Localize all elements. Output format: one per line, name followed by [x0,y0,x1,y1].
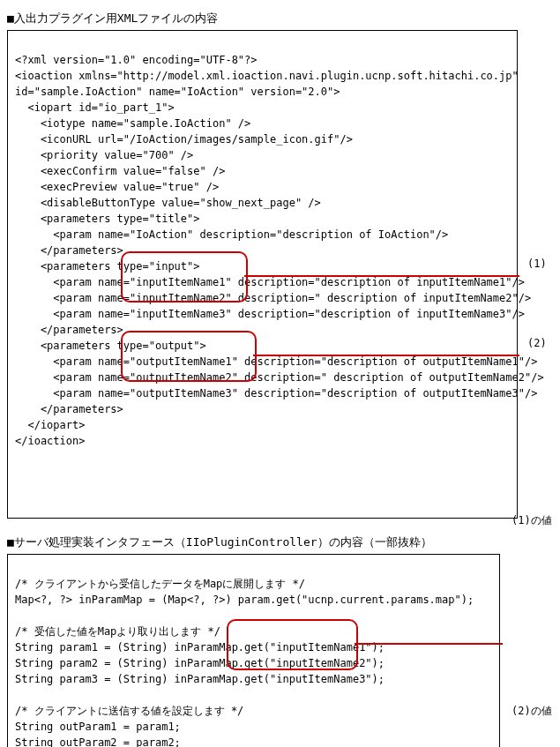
xml-code: <?xml version="1.0" encoding="UTF-8"?> <… [15,54,544,447]
xml-code-box: <?xml version="1.0" encoding="UTF-8"?> <… [7,30,518,519]
java-code-box: /* クライアントから受信したデータをMapに展開します */ Map<?, ?… [7,554,500,747]
section2-title: ■サーバ処理実装インタフェース（IIoPluginController）の内容（… [7,534,553,550]
annotation-1v: (1)の値 [511,513,552,528]
java-code: /* クライアントから受信したデータをMapに展開します */ Map<?, ?… [15,578,474,747]
section1-title: ■入出力プラグイン用XMLファイルの内容 [7,11,553,26]
annotation-2: (2) [527,337,547,349]
annotation-1: (1) [527,258,547,270]
annotation-2v: (2)の値 [511,704,552,719]
